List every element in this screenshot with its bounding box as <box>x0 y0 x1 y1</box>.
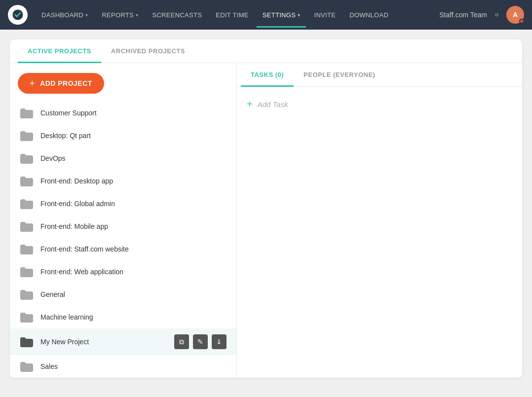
tabs-bar: Active Projects Archived Projects <box>10 39 522 63</box>
project-list: Customer Support Desktop: Qt part DevOps… <box>10 102 236 378</box>
add-task-plus-icon: + <box>247 99 253 110</box>
project-item[interactable]: General <box>10 283 236 306</box>
project-name: Front-end: Desktop app <box>40 177 227 185</box>
nav-item-invite[interactable]: Invite <box>308 7 342 23</box>
project-item[interactable]: Desktop: Qt part <box>10 124 236 147</box>
folder-icon <box>20 221 34 232</box>
project-item[interactable]: Front-end: Mobile app <box>10 215 236 238</box>
right-tabs-bar: Tasks (0) People (Everyone) <box>237 63 522 87</box>
project-item[interactable]: Machine learning <box>10 306 236 328</box>
split-container: + Add Project Customer Support Desktop: … <box>10 63 522 378</box>
project-item[interactable]: Front-end: Staff.com website <box>10 238 236 260</box>
project-name: Desktop: Qt part <box>40 132 227 140</box>
project-item[interactable]: Customer Support <box>10 102 236 124</box>
navbar-right: Staff.com Team ⚬ A <box>439 6 524 24</box>
project-name: General <box>40 290 227 298</box>
navbar: Dashboard ▾ Reports ▾ Screencasts Edit T… <box>0 0 532 30</box>
left-panel: + Add Project Customer Support Desktop: … <box>10 63 237 378</box>
nav-item-dashboard[interactable]: Dashboard ▾ <box>36 7 94 23</box>
tab-tasks[interactable]: Tasks (0) <box>241 63 294 87</box>
project-name: Machine learning <box>40 313 227 321</box>
main-container: Active Projects Archived Projects + Add … <box>0 30 532 388</box>
copy-button[interactable]: ⧉ <box>174 334 189 349</box>
project-name: DevOps <box>40 154 227 162</box>
folder-icon <box>20 176 34 186</box>
project-item[interactable]: Front-end: Web application <box>10 260 236 283</box>
project-name: Front-end: Web application <box>40 268 227 276</box>
nav-item-download[interactable]: Download <box>343 7 394 23</box>
project-name: Front-end: Global admin <box>40 200 227 208</box>
nav-item-screencasts[interactable]: Screencasts <box>146 7 208 23</box>
folder-icon <box>20 130 34 141</box>
folder-icon <box>20 336 34 347</box>
folder-icon <box>20 361 34 372</box>
logo[interactable] <box>8 5 28 25</box>
folder-icon <box>20 266 34 277</box>
chevron-down-icon: ▾ <box>136 12 138 18</box>
edit-button[interactable]: ✎ <box>193 334 208 349</box>
project-item[interactable]: My New Project ⧉✎⇓ <box>10 328 236 355</box>
folder-icon <box>20 153 34 164</box>
project-item[interactable]: DevOps <box>10 147 236 170</box>
folder-icon <box>20 244 34 254</box>
project-item[interactable]: Front-end: Global admin <box>10 192 236 215</box>
right-panel: Tasks (0) People (Everyone) + Add Task <box>237 63 522 378</box>
avatar[interactable]: A <box>506 6 524 24</box>
folder-icon <box>20 108 34 118</box>
notification-icon[interactable]: ⚬ <box>493 9 500 20</box>
nav-item-settings[interactable]: Settings ▾ <box>257 7 306 23</box>
folder-icon <box>20 289 34 300</box>
project-actions: ⧉✎⇓ <box>174 334 227 349</box>
project-name: Front-end: Mobile app <box>40 222 227 230</box>
add-task-label: Add Task <box>258 100 288 108</box>
project-name: Front-end: Staff.com website <box>40 245 227 253</box>
nav-item-reports[interactable]: Reports ▾ <box>96 7 144 23</box>
project-name: My New Project <box>40 338 167 346</box>
project-item[interactable]: Sales <box>10 355 236 378</box>
archive-button[interactable]: ⇓ <box>212 334 227 349</box>
chevron-down-icon: ▾ <box>298 12 300 18</box>
project-item[interactable]: Front-end: Desktop app <box>10 170 236 192</box>
right-content: + Add Task <box>237 87 522 378</box>
tab-active-projects[interactable]: Active Projects <box>18 39 101 63</box>
project-name: Sales <box>40 362 227 370</box>
folder-icon <box>20 198 34 209</box>
tab-people[interactable]: People (Everyone) <box>294 63 385 87</box>
project-name: Customer Support <box>40 109 227 117</box>
notification-dot <box>519 19 524 24</box>
chevron-down-icon: ▾ <box>85 12 88 18</box>
nav-item-edit-time[interactable]: Edit Time <box>210 7 255 23</box>
team-name: Staff.com Team <box>439 11 487 19</box>
plus-icon: + <box>30 79 35 88</box>
content-card: Active Projects Archived Projects + Add … <box>10 39 522 378</box>
add-task-row[interactable]: + Add Task <box>237 91 522 118</box>
tab-archived-projects[interactable]: Archived Projects <box>101 39 195 63</box>
add-project-button[interactable]: + Add Project <box>18 73 104 94</box>
folder-icon <box>20 312 34 323</box>
